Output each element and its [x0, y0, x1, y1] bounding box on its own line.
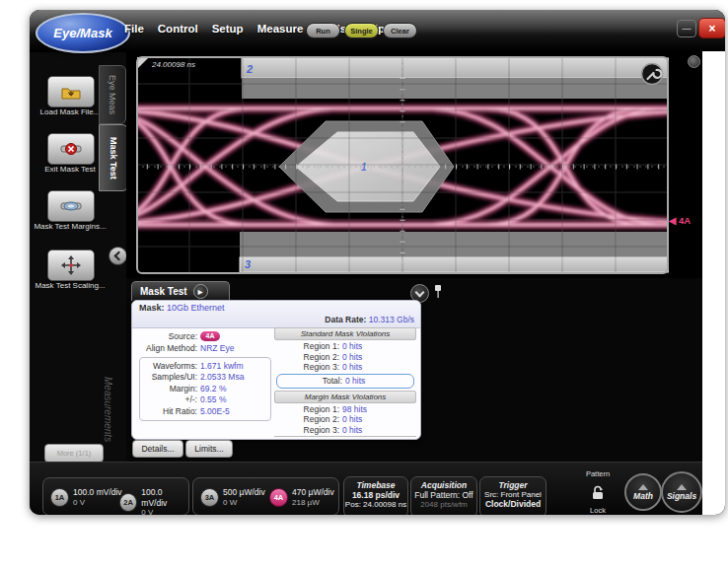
timebase-position-readout: 24.00098 ns: [151, 60, 195, 69]
start-mask-test-icon[interactable]: ▶: [193, 284, 208, 299]
panel-header: Mask: 10Gb Ethernet Data Rate: 10.313 Gb…: [132, 301, 420, 328]
acquisition-buttons: Run Single Clear: [306, 23, 417, 38]
display-tools-icon[interactable]: [642, 64, 663, 85]
channel-1a-button[interactable]: 1A 100.0 mV/div0 V: [50, 487, 122, 508]
collapse-sidebar-icon[interactable]: [109, 247, 127, 265]
app-logo[interactable]: Eye/Mask: [36, 13, 130, 53]
signals-button[interactable]: Signals: [661, 471, 702, 513]
mask-region-3-margin: [240, 232, 669, 257]
pin-icon[interactable]: [434, 285, 442, 299]
mask-test-panel: Mask: 10Gb Ethernet Data Rate: 10.313 Gb…: [131, 300, 421, 440]
math-button[interactable]: Math: [624, 473, 662, 511]
mask-region-3-label: 3: [245, 258, 251, 270]
menu-control[interactable]: Control: [158, 23, 198, 35]
display-corner-button[interactable]: [688, 55, 700, 68]
channel-1a-badge: 1A: [50, 488, 69, 507]
channel-2a-badge: 2A: [119, 493, 137, 512]
stat-row: Samples/UI:2.0533 Msa: [140, 372, 270, 384]
stat-row: Waveforms:1.671 kwfm: [140, 360, 270, 372]
channel-3a-button[interactable]: 3A 500 µW/div0 W: [200, 487, 265, 508]
mask-region-2-label: 2: [246, 63, 253, 75]
mask-test-margins-label: Mask Test Margins...: [30, 222, 110, 232]
align-method-row: Align Method: NRZ Eye: [132, 343, 234, 353]
clear-button[interactable]: Clear: [383, 23, 417, 38]
menu-setup[interactable]: Setup: [212, 23, 244, 35]
mask-test-results-tab[interactable]: Mask Test ▶: [131, 281, 230, 301]
app-window: Eye/Mask File Control Setup Measure Tool…: [30, 10, 725, 515]
menu-file[interactable]: File: [124, 23, 144, 35]
timebase-button[interactable]: Timebase 16.18 ps/div Pos: 24.00098 ns: [343, 476, 408, 515]
data-rate-row: Data Rate: 10.313 Gb/s: [325, 315, 414, 324]
menu-measure[interactable]: Measure: [257, 23, 304, 35]
violation-row: Region 2:0 hits: [274, 352, 416, 363]
stat-row: Hit Ratio:5.00E-5: [140, 405, 270, 417]
mask-margin-icon: [60, 198, 82, 214]
scaling-arrows-icon: [61, 255, 81, 275]
lock-open-icon: [590, 485, 606, 500]
details-button[interactable]: Details...: [132, 440, 183, 458]
source-row: Source: 4A: [132, 331, 220, 341]
mask-test-scaling-button[interactable]: [47, 250, 95, 281]
standard-total-row: Total:0 hits: [276, 374, 414, 389]
up-arrow-icon: [677, 484, 687, 490]
trigger-button[interactable]: Trigger Src: Front Panel Clock/Divided: [479, 476, 546, 515]
stat-row: Margin:69.2 %: [140, 383, 270, 394]
violation-row: Region 3:0 hits: [274, 362, 416, 373]
screen: Eye/Mask File Control Setup Measure Tool…: [0, 0, 728, 572]
limits-button[interactable]: Limits...: [185, 440, 233, 458]
channel-4a-button[interactable]: 4A 470 µW/div218 µW: [269, 487, 334, 508]
window-right-margin: [702, 51, 725, 515]
acquisition-button[interactable]: Acquisition Full Pattern: Off 2048 pts/w…: [410, 476, 477, 515]
source-channel-badge: 4A: [200, 331, 220, 341]
up-arrow-icon: [638, 484, 648, 490]
mask-test-scaling-label: Mask Test Scaling...: [30, 281, 110, 291]
electrical-channels-box: 1A 100.0 mV/div0 V 2A 100.0 mV/div0 V: [42, 477, 189, 515]
eye-diagram: 2 3 1 24.00098 ns: [136, 56, 669, 274]
standard-violations-header: Standard Mask Violations: [274, 327, 416, 340]
violation-row: Region 2:0 hits: [274, 414, 416, 425]
folder-icon: [60, 85, 82, 100]
minimize-button[interactable]: —: [677, 20, 696, 37]
optical-channels-box: 3A 500 µW/div0 W 4A 470 µW/div218 µW: [192, 477, 339, 515]
mask-region-1-label: 1: [361, 162, 367, 173]
tab-eye-meas[interactable]: Eye Meas: [99, 65, 126, 124]
violation-row: Region 3:0 hits: [274, 425, 416, 436]
measurements-dock: Mask Test ▶ Mask: 10Gb Ethernet Data Rat…: [126, 278, 702, 462]
channel-4a-badge: 4A: [269, 488, 288, 507]
violations-column: Standard Mask Violations Region 1:0 hits…: [274, 327, 416, 440]
eye-diagram-display: 2 3 1 24.00098 ns ◀ 4A: [126, 51, 702, 278]
mask-name-row: Mask: 10Gb Ethernet: [139, 303, 224, 313]
violation-row: Region 1:0 hits: [274, 341, 416, 352]
single-button[interactable]: Single: [344, 23, 379, 38]
tab-mask-test[interactable]: Mask Test: [99, 124, 128, 191]
mask-statistics-box: Waveforms:1.671 kwfm Samples/UI:2.0533 M…: [139, 357, 271, 421]
stat-row: +/-:0.55 %: [140, 394, 270, 406]
exit-icon: [60, 141, 82, 157]
mask-region-3-standard: [240, 257, 669, 272]
violation-row: Region 1:98 hits: [274, 404, 416, 415]
close-button[interactable]: ×: [698, 18, 725, 38]
exit-mask-test-button[interactable]: [47, 133, 95, 165]
run-button[interactable]: Run: [306, 23, 340, 38]
mask-test-margins-button[interactable]: [47, 190, 95, 222]
load-mask-file-button[interactable]: [47, 76, 95, 107]
channel-3a-badge: 3A: [200, 488, 219, 507]
more-pages-button[interactable]: More (1/1): [44, 444, 104, 463]
margin-total-row: Total:98 hits: [274, 436, 416, 440]
pattern-lock-button[interactable]: Pattern Lock: [580, 466, 616, 515]
margin-violations-header: Margin Mask Violations: [274, 391, 416, 403]
channel-2a-button[interactable]: 2A 100.0 mV/div0 V: [119, 487, 188, 515]
channel-4a-level-marker: ◀ 4A: [669, 215, 691, 226]
status-bar: 1A 100.0 mV/div0 V 2A 100.0 mV/div0 V 3A…: [30, 462, 702, 515]
